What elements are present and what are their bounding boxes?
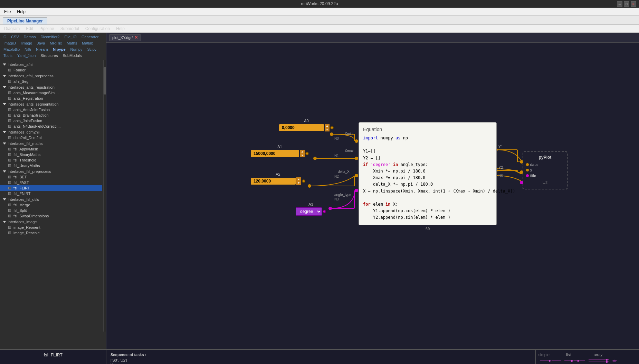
tree-child-ants-brainextraction[interactable]: ants_BrainExtraction xyxy=(0,112,102,118)
tree-child-fsl-swapdims[interactable]: fsl_SwapDimensions xyxy=(0,213,102,219)
tree-group-interfaces-afni: Interfaces_afni Fourier xyxy=(0,62,102,73)
bottom-panel: fsl_FLIRT in_file reference out_file out… xyxy=(0,349,639,364)
node-a2-step-up[interactable]: ▲ xyxy=(296,177,301,181)
menu-configuration[interactable]: Configuration xyxy=(83,26,113,32)
node-a3: A3 degree radian xyxy=(296,202,326,216)
svg-marker-48 xyxy=(549,360,552,362)
svg-point-3 xyxy=(355,189,358,192)
node-a1-stepper: ▲ ▼ xyxy=(300,150,305,157)
svg-point-7 xyxy=(313,157,317,160)
sidebar-letter-nipype[interactable]: Nipype xyxy=(51,47,68,52)
node-a1-input[interactable] xyxy=(251,150,299,157)
tree-child-fsl-flirt[interactable]: fsl_FLIRT xyxy=(0,185,102,191)
sidebar-letter-generator[interactable]: Generator xyxy=(79,34,101,40)
tree-group-ants-segmentation: Interfaces_ants_segmentation ants_AntsJo… xyxy=(0,101,102,129)
tree-child-fsl-merge[interactable]: fsl_Merge xyxy=(0,202,102,208)
node-a0-input-row: ▲ ▼ xyxy=(279,124,334,131)
tree-parent-interfaces-afni[interactable]: Interfaces_afni xyxy=(0,62,102,67)
node-a1-step-up[interactable]: ▲ xyxy=(300,150,305,154)
node-a1-connector xyxy=(305,152,309,155)
tree-child-fsl-unarymaths[interactable]: fsl_UnaryMaths xyxy=(0,163,102,168)
sidebar-letter-iimage[interactable]: Iimage xyxy=(19,40,34,46)
maximize-button[interactable]: □ xyxy=(624,1,629,7)
node-a3-select[interactable]: degree radian xyxy=(296,207,322,216)
node-a0-input[interactable] xyxy=(279,124,324,131)
tree-parent-dcm2nii[interactable]: Interfaces_dcm2nii xyxy=(0,129,102,135)
sidebar-letter-matlab[interactable]: Matlab xyxy=(80,40,95,46)
sidebar-letter-dicomifier[interactable]: Dicomifier2 xyxy=(38,34,61,40)
tree-child-fsl-fnirt[interactable]: fsl_FNIRT xyxy=(0,191,102,196)
tree-child-fsl-split[interactable]: fsl_Split xyxy=(0,208,102,213)
menu-file[interactable]: File xyxy=(1,9,13,15)
tree-child-fsl-fast[interactable]: fsl_FAST xyxy=(0,180,102,185)
sidebar-letter-c[interactable]: C xyxy=(1,34,8,40)
node-a3-dropdown-row: degree radian xyxy=(296,207,326,216)
pipeline-manager-tab[interactable]: PipeLine Manager xyxy=(3,17,47,24)
minimize-button[interactable]: ─ xyxy=(617,1,622,7)
menu-help[interactable]: Help xyxy=(14,9,28,15)
tree-parent-interfaces-image[interactable]: Interfaces_image xyxy=(0,219,102,225)
tree-child-fsl-binarymaths[interactable]: fsl_BinaryMaths xyxy=(0,152,102,157)
sidebar-letter-nifti[interactable]: Nifti xyxy=(22,47,33,52)
close-button[interactable]: ✕ xyxy=(631,1,636,7)
tree-child-ants-registration[interactable]: ants_Registration xyxy=(0,96,102,101)
tree-group-dcm2nii: Interfaces_dcm2nii dcm2nii_Dcm2nii xyxy=(0,129,102,140)
menu-help2[interactable]: Help xyxy=(113,26,127,32)
sidebar-letter-demos[interactable]: Demos xyxy=(22,34,38,40)
canvas-tab[interactable]: plot_XY.dgr* ✕ xyxy=(109,34,141,41)
sidebar-letter-java[interactable]: Java xyxy=(35,40,47,46)
tree-parent-fsl-utils[interactable]: Interfaces_fsl_utils xyxy=(0,197,102,202)
menu-pipeline[interactable]: Pipeline xyxy=(37,26,57,32)
port-xmax: Xmax xyxy=(345,149,354,153)
sidebar-letter-mrtrix[interactable]: MRTrix xyxy=(48,40,64,46)
sidebar-letter-nilearn[interactable]: Nilearn xyxy=(34,47,50,52)
canvas-tab-close[interactable]: ✕ xyxy=(134,35,138,40)
legend-col-simple: simple xyxy=(538,353,566,357)
pyplot-title-connector xyxy=(526,174,529,177)
sidebar-letter-matplotlib[interactable]: Matplotlib xyxy=(1,47,22,52)
tree-child-afni-seg[interactable]: afni_Seg xyxy=(0,79,102,84)
tree-child-fsl-bet[interactable]: fsl_BET xyxy=(0,174,102,180)
canvas-area: plot_XY.dgr* ✕ xyxy=(106,33,639,349)
sidebar-letter-structures[interactable]: Structures xyxy=(38,53,60,58)
svg-point-0 xyxy=(355,139,358,143)
tree-child-fourier[interactable]: Fourier xyxy=(0,67,102,73)
tree-parent-afni-preprocess[interactable]: Interfaces_afni_preprocess xyxy=(0,73,102,79)
pyplot-port-x: x xyxy=(526,168,564,172)
node-a2-input[interactable] xyxy=(251,178,296,185)
tree-parent-fsl-preprocess[interactable]: Interfaces_fsl_preprocess xyxy=(0,169,102,174)
sidebar-letter-submoduls[interactable]: SubModuls xyxy=(60,53,84,58)
tree-child-dcm2nii[interactable]: dcm2nii_Dcm2nii xyxy=(0,135,102,140)
tree-child-fsl-threshold[interactable]: fsl_Threshold xyxy=(0,157,102,163)
sidebar-letter-tools[interactable]: Tools xyxy=(1,53,15,58)
sidebar-letter-numpy[interactable]: Numpy xyxy=(68,47,85,52)
tree-parent-fsl-maths[interactable]: Interfaces_fsl_maths xyxy=(0,141,102,146)
node-a1-step-down[interactable]: ▼ xyxy=(300,154,305,157)
menu-diagram[interactable]: Diagram xyxy=(1,26,22,32)
tree-parent-ants-segmentation[interactable]: Interfaces_ants_segmentation xyxy=(0,101,102,107)
tree-child-ants-jointfusion[interactable]: ants_AntsJointFusion xyxy=(0,107,102,112)
sidebar-letter-yamljson[interactable]: Yaml_Json xyxy=(15,53,38,58)
sidebar-letter-csv[interactable]: CSV xyxy=(9,34,21,40)
tree-child-image-reorient[interactable]: image_Reorient xyxy=(0,225,102,230)
menu-bar: File Help xyxy=(0,8,639,16)
menu-submodul[interactable]: Submodul xyxy=(58,26,82,32)
bottom-middle-sequence: Sequence of tasks : ['S0', 'U2'] [] [] s… xyxy=(106,350,535,364)
tree-child-ants-jointfusion2[interactable]: ants_JointFusion xyxy=(0,118,102,124)
sidebar-letter-scipy[interactable]: Scipy xyxy=(85,47,98,52)
menu-edit[interactable]: Edit xyxy=(23,26,36,32)
sidebar-letter-maths[interactable]: Maths xyxy=(65,40,79,46)
tree-child-ants-n4bias[interactable]: ants_N4BiasFieldCorrecci... xyxy=(0,124,102,129)
node-a0-step-up[interactable]: ▲ xyxy=(325,124,330,128)
sequence-label: Sequence of tasks : xyxy=(111,353,531,357)
node-a0-step-down[interactable]: ▼ xyxy=(325,128,330,131)
tree-child-fsl-applymask[interactable]: fsl_ApplyMask xyxy=(0,146,102,152)
sidebar-letter-fileio[interactable]: File_IO xyxy=(62,34,78,40)
tree-child-ants-measure[interactable]: ants_MeasureImageSimi... xyxy=(0,90,102,96)
bottom-right-legend: simple list array str float int xyxy=(535,350,639,364)
canvas-workspace[interactable]: A0 ▲ ▼ Xmin N0 A1 ▲ xyxy=(106,43,639,349)
tree-parent-ants-registration[interactable]: Interfaces_ants_registration xyxy=(0,85,102,90)
sidebar-letter-imagej[interactable]: ImageJ xyxy=(1,40,18,46)
node-a2-step-down[interactable]: ▼ xyxy=(296,181,301,185)
tree-child-image-rescale[interactable]: image_Rescale xyxy=(0,230,102,236)
